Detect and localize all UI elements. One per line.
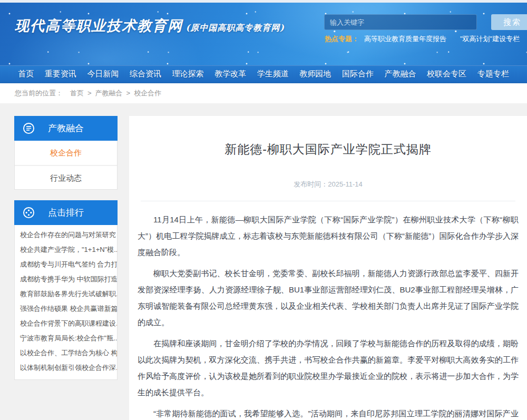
- list-circle-icon: [23, 122, 35, 134]
- hot-topic-link[interactable]: "双高计划"建设专栏: [460, 35, 520, 43]
- hot-topics-row: 热点专题：高等职业教育质量年度报告"双高计划"建设专栏: [325, 34, 520, 44]
- breadcrumb-separator: >: [126, 89, 131, 97]
- hot-topic-link[interactable]: 高等职业教育质量年度报告: [364, 35, 446, 43]
- publish-time-label: 发布时间：: [294, 180, 328, 188]
- article-paragraph: 在揭牌和座谈期间，甘金明介绍了学校的办学情况，回顾了学校与新能德合作的历程及取得…: [138, 335, 519, 401]
- article-paragraph: “非常期待新能德的面试，我希望能够入选。”活动期间，来自印尼苏邦国立理工学院的丽…: [138, 405, 519, 420]
- breadcrumb-label: 您当前的位置：: [15, 89, 63, 97]
- sidebar-rank-header: 点击排行: [14, 200, 118, 225]
- page: 现代高等职业技术教育网 (原中国高职高专教育网) 搜索 热点专题：高等职业教育质…: [0, 0, 527, 420]
- rank-list-item[interactable]: 以体制机制创新引领校企合作深...: [15, 360, 117, 375]
- search-button[interactable]: 搜索: [491, 14, 527, 30]
- rank-list-item[interactable]: 校企合作背景下的高职课程建设...: [15, 316, 117, 331]
- nav-item[interactable]: 校联会专区: [427, 69, 466, 79]
- article-paragraph: 11月14日上午，新能德—柳职大国际产业学院（下称“国际产业学院”）在柳州职业技…: [138, 211, 519, 260]
- nav-item[interactable]: 重要资讯: [45, 69, 76, 79]
- article-panel: 新能德-柳职大国际产业学院正式揭牌 发布时间：2025-11-14 11月14日…: [129, 116, 527, 420]
- sidebar-category-title: 产教融合: [48, 122, 84, 134]
- breadcrumb-link[interactable]: 首页: [70, 89, 84, 97]
- rank-list-item[interactable]: 校企合作存在的问题与对策研究: [15, 228, 117, 242]
- rank-list-item[interactable]: 校企共建产业学院，"1+1+N"模...: [15, 242, 117, 257]
- rank-list-item[interactable]: 成都纺专携手华为 中软国际打造...: [15, 272, 117, 287]
- sidebar-category-header: 产教融合: [14, 116, 118, 141]
- rank-list-item[interactable]: 宁波市教育局局长:校企合作"瓶...: [15, 331, 117, 346]
- nav-item[interactable]: 产教融合: [384, 69, 416, 79]
- hot-topics-label: 热点专题：: [325, 35, 359, 43]
- search-area: 搜索: [324, 14, 527, 30]
- breadcrumb-item: >校企合作: [123, 89, 162, 97]
- sidebar-rank-title: 点击排行: [48, 207, 84, 219]
- publish-time: 发布时间：2025-11-14: [136, 180, 520, 189]
- breadcrumb-separator: >: [87, 89, 92, 97]
- breadcrumb-item: >产教融合: [84, 89, 123, 97]
- click-rank-icon: [23, 207, 35, 219]
- rank-list-item[interactable]: 以校企合作、工学结合为核心 构...: [15, 346, 117, 360]
- sidebar: 产教融合 校企合作行业动态: [14, 116, 118, 390]
- breadcrumb-item: 首页: [63, 89, 84, 97]
- search-input[interactable]: [324, 14, 477, 30]
- breadcrumb: 您当前的位置：首页>产教融合>校企合作: [0, 83, 527, 103]
- nav-item[interactable]: 综合资讯: [130, 69, 161, 79]
- nav-item[interactable]: 专题专栏: [477, 69, 509, 79]
- sidebar-section-category: 产教融合 校企合作行业动态: [14, 116, 118, 190]
- nav-item[interactable]: 学生频道: [257, 69, 289, 79]
- nav-item[interactable]: 教师园地: [299, 69, 331, 79]
- breadcrumb-link[interactable]: 产教融合: [95, 89, 123, 97]
- publish-time-value: 2025-11-14: [328, 180, 363, 188]
- main-nav: 首页重要资讯今日新闻综合资讯理论探索教学改革学生频道教师园地国际合作产教融合校联…: [0, 65, 527, 83]
- nav-item[interactable]: 教学改革: [214, 69, 246, 79]
- page-body: 产教融合 校企合作行业动态: [0, 103, 527, 420]
- site-logo[interactable]: 现代高等职业技术教育网 (原中国高职高专教育网): [15, 16, 285, 35]
- article-body: 11月14日上午，新能德—柳职大国际产业学院（下称“国际产业学院”）在柳州职业技…: [136, 201, 520, 420]
- breadcrumb-link[interactable]: 校企合作: [134, 89, 161, 97]
- nav-item[interactable]: 理论探索: [172, 69, 204, 79]
- site-logo-main: 现代高等职业技术教育网: [15, 17, 183, 34]
- rank-list-item[interactable]: 强强合作结硕果 校企共赢谱新篇: [15, 301, 117, 316]
- rank-list-item[interactable]: 教育部鼓励各界先行先试破解职...: [15, 287, 117, 301]
- article-paragraph: 柳职大党委副书记、校长甘金明，党委常委、副校长邱福明，新能德人力资源行政部总监李…: [138, 265, 519, 330]
- sidebar-section-rank: 点击排行 校企合作存在的问题与对策研究校企共建产业学院，"1+1+N"模...成…: [14, 200, 118, 380]
- rank-list-item[interactable]: 成都纺专与川开电气签约 合力打...: [15, 257, 117, 272]
- sidebar-menu-item[interactable]: 行业动态: [15, 165, 117, 189]
- nav-item[interactable]: 今日新闻: [87, 69, 119, 79]
- article-title: 新能德-柳职大国际产业学院正式揭牌: [136, 141, 520, 158]
- site-logo-sub: (原中国高职高专教育网): [186, 23, 285, 33]
- nav-item[interactable]: 首页: [18, 69, 34, 79]
- site-header: 现代高等职业技术教育网 (原中国高职高专教育网) 搜索 热点专题：高等职业教育质…: [0, 3, 527, 65]
- nav-item[interactable]: 国际合作: [342, 69, 374, 79]
- sidebar-menu-item[interactable]: 校企合作: [15, 141, 117, 165]
